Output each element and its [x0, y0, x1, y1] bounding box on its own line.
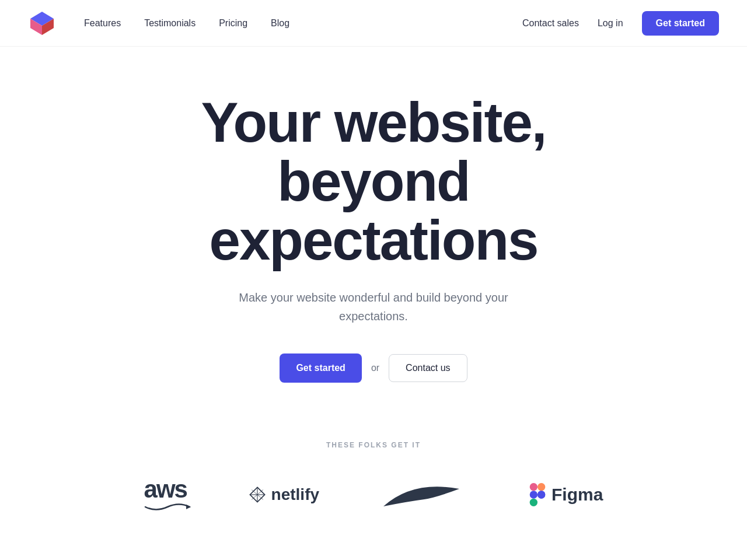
contact-us-button[interactable]: Contact us — [389, 354, 467, 382]
netlify-logo: netlify — [249, 485, 319, 504]
nav-links-right: Contact sales Log in Get started — [522, 11, 719, 36]
figma-logo: Figma — [529, 483, 603, 506]
hero-cta: Get started or Contact us — [280, 354, 467, 383]
hero-section: Your website, beyond expectations Make y… — [0, 47, 747, 418]
social-proof-label: THESE FOLKS GET IT — [326, 441, 421, 449]
nav-testimonials[interactable]: Testimonials — [144, 18, 196, 29]
navbar: Features Testimonials Pricing Blog Conta… — [0, 0, 747, 47]
hero-subtitle: Make your website wonderful and build be… — [210, 288, 537, 326]
aws-text: aws — [144, 477, 187, 502]
svg-rect-13 — [530, 499, 537, 506]
svg-rect-12 — [530, 491, 537, 499]
nav-blog[interactable]: Blog — [271, 18, 289, 29]
netlify-diamond-icon — [249, 487, 266, 503]
svg-marker-3 — [186, 505, 191, 509]
nike-swoosh-icon — [378, 477, 471, 512]
svg-point-14 — [537, 491, 545, 499]
netlify-text: netlify — [271, 485, 319, 504]
logos-row: aws netlify — [82, 477, 665, 512]
logo[interactable] — [28, 9, 56, 37]
nike-logo — [378, 477, 471, 512]
social-proof-section: THESE FOLKS GET IT aws netlify — [0, 418, 747, 547]
figma-text: Figma — [551, 485, 603, 505]
nav-pricing[interactable]: Pricing — [219, 18, 247, 29]
nav-links-left: Features Testimonials Pricing Blog — [84, 18, 522, 29]
svg-rect-10 — [537, 483, 545, 491]
hero-or-text: or — [371, 363, 379, 373]
hero-title: Your website, beyond expectations — [201, 93, 546, 270]
get-started-hero-button[interactable]: Get started — [280, 354, 361, 383]
get-started-nav-button[interactable]: Get started — [642, 11, 719, 36]
aws-arrow-icon — [144, 502, 191, 512]
contact-sales-button[interactable]: Contact sales — [522, 18, 579, 29]
figma-icon — [529, 483, 546, 506]
aws-logo: aws — [144, 477, 191, 512]
svg-rect-9 — [530, 483, 537, 491]
nav-features[interactable]: Features — [84, 18, 121, 29]
login-button[interactable]: Log in — [598, 18, 623, 29]
